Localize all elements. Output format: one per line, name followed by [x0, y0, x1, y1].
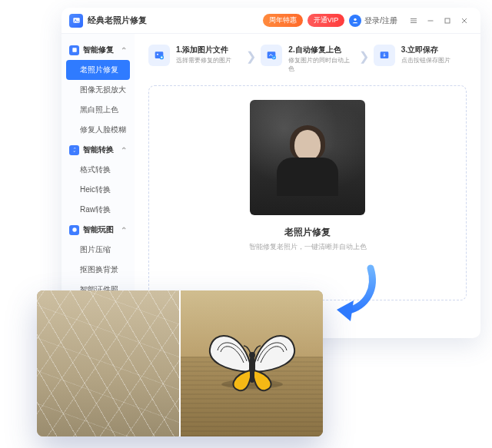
before-pane — [37, 290, 179, 436]
sidebar-group-play[interactable]: 智能玩图 ⌃ — [62, 220, 135, 240]
maximize-button[interactable] — [439, 12, 456, 29]
sidebar-item-compress[interactable]: 图片压缩 — [62, 240, 135, 260]
anniversary-badge[interactable]: 周年特惠 — [263, 14, 303, 27]
sidebar-group-convert[interactable]: 智能转换 ⌃ — [62, 140, 135, 160]
step-sub: 选择需要修复的图片 — [176, 56, 231, 65]
user-avatar-icon[interactable] — [349, 15, 361, 27]
step-title: 1.添加图片文件 — [176, 45, 231, 55]
menu-button[interactable] — [405, 12, 422, 29]
dropzone[interactable]: 老照片修复 智能修复老照片，一键清晰并自动上色 — [148, 85, 467, 300]
app-title: 经典老照片修复 — [88, 15, 147, 26]
login-link[interactable]: 登录/注册 — [364, 15, 397, 26]
step-title: 3.立即保存 — [401, 45, 450, 55]
butterfly-icon — [202, 317, 302, 401]
titlebar: 经典老照片修复 周年特惠 开通VIP 登录/注册 — [62, 8, 480, 34]
svg-point-2 — [354, 18, 357, 20]
step-1: 1.添加图片文件 选择需要修复的图片 — [148, 45, 241, 66]
convert-group-icon — [69, 145, 79, 155]
repair-group-icon — [69, 45, 79, 55]
step-title: 2.自动修复上色 — [288, 45, 354, 55]
svg-rect-3 — [445, 18, 450, 23]
sidebar-group-repair[interactable]: 智能修复 ⌃ — [62, 40, 135, 60]
svg-rect-4 — [72, 48, 76, 51]
step-sub: 点击按钮保存图片 — [401, 56, 450, 65]
chevron-up-icon: ⌃ — [121, 46, 127, 55]
play-group-icon — [69, 225, 79, 235]
chevron-right-icon: ❯ — [359, 45, 369, 64]
svg-point-7 — [157, 54, 158, 55]
sidebar-group-label: 智能转换 — [83, 144, 114, 155]
step-bar: 1.添加图片文件 选择需要修复的图片 ❯ 2.自动修复上色 修复图片的同时自动上… — [148, 45, 467, 73]
sidebar-group-label: 智能修复 — [83, 45, 114, 55]
sample-photo — [250, 100, 365, 215]
sidebar-item-old-photo[interactable]: 老照片修复 — [66, 60, 130, 80]
auto-fix-icon — [261, 45, 282, 66]
sidebar-item-upscale[interactable]: 图像无损放大 — [62, 80, 135, 100]
sidebar-item-heic[interactable]: Heic转换 — [62, 180, 135, 200]
add-file-icon — [148, 45, 170, 66]
sidebar-item-raw[interactable]: Raw转换 — [62, 200, 135, 220]
dropzone-title: 老照片修复 — [284, 226, 331, 239]
chevron-up-icon: ⌃ — [121, 226, 127, 234]
app-logo-icon — [69, 14, 83, 28]
sidebar-item-face-fix[interactable]: 修复人脸模糊 — [62, 120, 135, 140]
app-window: 经典老照片修复 周年特惠 开通VIP 登录/注册 智能修复 ⌃ 老照片修复 图像… — [62, 8, 480, 338]
minimize-button[interactable] — [422, 12, 439, 29]
svg-rect-13 — [250, 357, 254, 383]
step-2: 2.自动修复上色 修复图片的同时自动上色 — [261, 45, 354, 73]
sidebar-group-label: 智能玩图 — [83, 224, 114, 235]
before-after-compare — [37, 290, 323, 436]
sidebar-item-cutout[interactable]: 抠图换背景 — [62, 260, 135, 280]
after-pane — [181, 290, 323, 436]
vip-badge[interactable]: 开通VIP — [308, 14, 345, 27]
step-sub: 修复图片的同时自动上色 — [288, 56, 354, 73]
sidebar-item-colorize[interactable]: 黑白照上色 — [62, 100, 135, 120]
chevron-right-icon: ❯ — [246, 45, 256, 64]
step-3: 3.立即保存 点击按钮保存图片 — [374, 45, 467, 66]
chevron-up-icon: ⌃ — [121, 146, 127, 154]
save-icon — [374, 45, 395, 66]
dropzone-subtitle: 智能修复老照片，一键清晰并自动上色 — [249, 242, 367, 252]
sidebar-item-format[interactable]: 格式转换 — [62, 160, 135, 180]
svg-point-5 — [72, 227, 76, 231]
close-button[interactable] — [456, 12, 473, 29]
